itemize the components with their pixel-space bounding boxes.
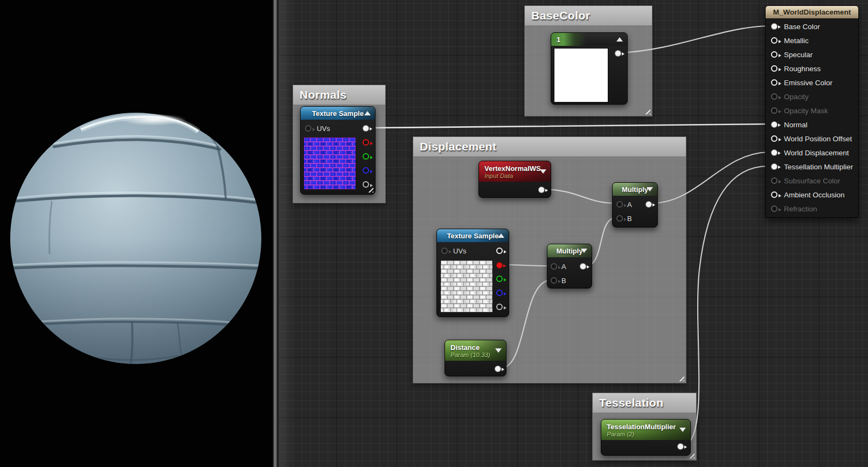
collapse-triangle-icon[interactable] <box>647 187 653 191</box>
pin-g-output[interactable] <box>496 276 503 282</box>
collapse-triangle-icon[interactable] <box>498 234 504 238</box>
pin-uvs-input[interactable] <box>441 248 448 254</box>
material-input-pin[interactable] <box>771 51 777 58</box>
collapse-triangle-icon[interactable] <box>581 249 587 253</box>
node-title: Texture Sample <box>447 232 499 240</box>
resize-grip-icon[interactable] <box>677 374 684 381</box>
collapse-triangle-icon[interactable] <box>540 169 546 174</box>
node-tesselation-multiplier-header[interactable]: TesselationMultiplier Param (2) <box>601 420 690 440</box>
material-pin-row: Base Color <box>771 19 820 33</box>
pin-output[interactable] <box>495 366 501 372</box>
comment-tesselation-title: Tesselation <box>599 396 663 409</box>
pin-output[interactable] <box>677 443 684 450</box>
node-vertexnormalws[interactable]: VertexNormalWS Input Data <box>478 161 551 198</box>
material-pin-row: Metallic <box>771 33 809 47</box>
material-pin-row: Opacity Mask <box>771 104 828 118</box>
material-pin-row: World Position Offset <box>771 132 852 146</box>
pin-b-label: B <box>561 277 566 285</box>
comment-tesselation-header[interactable]: Tesselation <box>593 393 696 413</box>
material-input-pin[interactable] <box>771 37 777 44</box>
material-input-pin[interactable] <box>771 121 777 128</box>
node-multiply-bottom-header[interactable]: Multiply <box>547 244 592 257</box>
pin-rgb-output[interactable] <box>496 248 503 254</box>
material-input-pin[interactable] <box>771 135 777 142</box>
node-title: Distance <box>450 344 480 352</box>
node-material-result-header[interactable]: M_WorldDisplacement <box>766 6 858 18</box>
constant-value: 1 <box>557 36 560 44</box>
node-tesselation-multiplier[interactable]: TesselationMultiplier Param (2) <box>601 419 691 456</box>
pin-output[interactable] <box>538 187 545 193</box>
node-subtitle: Param (10.33) <box>450 352 490 358</box>
node-title: VertexNormalWS <box>484 164 541 173</box>
resize-grip-icon[interactable] <box>643 107 650 114</box>
comment-displacement-header[interactable]: Displacement <box>413 137 686 156</box>
material-input-pin <box>771 107 777 114</box>
node-normal-texture-sample[interactable]: Texture Sample UVs <box>300 106 376 195</box>
node-subtitle: Input Data <box>484 173 513 179</box>
collapse-triangle-icon[interactable] <box>679 428 686 432</box>
pin-a-label: A <box>561 263 566 271</box>
material-input-pin[interactable] <box>771 65 777 72</box>
node-multiply-top[interactable]: Multiply A B <box>612 182 658 228</box>
material-input-pin[interactable] <box>771 163 777 170</box>
material-input-pin[interactable] <box>771 79 777 86</box>
normal-map-thumbnail[interactable] <box>303 137 356 190</box>
pin-output[interactable] <box>580 263 586 270</box>
pin-b-output[interactable] <box>496 290 503 296</box>
node-height-texture-sample[interactable]: Texture Sample UVs <box>436 229 509 317</box>
pin-r-output[interactable] <box>496 262 503 269</box>
pin-b-input[interactable] <box>551 277 557 284</box>
node-normal-texture-sample-header[interactable]: Texture Sample <box>301 107 375 120</box>
pin-uvs-input[interactable] <box>305 125 311 132</box>
pin-a-output[interactable] <box>363 181 369 188</box>
material-pin-row: Opacity <box>771 90 809 104</box>
height-map-thumbnail[interactable] <box>440 260 493 313</box>
material-input-pin[interactable] <box>771 23 777 30</box>
pin-b-input[interactable] <box>616 215 623 222</box>
pin-a-input[interactable] <box>551 263 557 270</box>
pin-output[interactable] <box>645 201 652 208</box>
material-input-pin <box>771 205 777 212</box>
material-input-pin[interactable] <box>771 191 777 198</box>
color-swatch[interactable] <box>554 48 608 102</box>
preview-sphere <box>0 0 273 467</box>
material-pin-label: Emissive Color <box>784 79 832 87</box>
material-pin-row: Emissive Color <box>771 75 832 90</box>
node-vertexnormalws-header[interactable]: VertexNormalWS Input Data <box>479 161 551 182</box>
comment-normals-header[interactable]: Normals <box>293 85 385 105</box>
pin-g-output[interactable] <box>363 153 369 160</box>
node-constant-one-header[interactable]: 1 <box>551 33 627 46</box>
material-pin-row: Tessellation Multiplier <box>771 160 853 174</box>
panel-splitter[interactable] <box>273 0 279 467</box>
node-multiply-bottom[interactable]: Multiply A B <box>547 244 592 289</box>
material-pin-row: Normal <box>771 118 808 132</box>
collapse-triangle-icon[interactable] <box>616 37 623 42</box>
comment-basecolor-header[interactable]: BaseColor <box>525 6 652 25</box>
collapse-triangle-icon[interactable] <box>495 348 502 353</box>
pin-a-input[interactable] <box>616 201 623 208</box>
pin-r-output[interactable] <box>363 139 369 146</box>
node-height-texture-sample-header[interactable]: Texture Sample <box>437 229 509 242</box>
collapse-triangle-icon[interactable] <box>364 111 371 115</box>
material-pin-label: Base Color <box>784 23 820 31</box>
pin-output[interactable] <box>615 50 621 57</box>
material-pin-label: Ambient Occlusion <box>784 191 845 199</box>
material-pin-row: World Displacement <box>771 146 849 160</box>
material-pin-row: Roughness <box>771 61 821 75</box>
pin-b-output[interactable] <box>363 167 369 174</box>
node-multiply-top-header[interactable]: Multiply <box>613 183 657 196</box>
node-distance-param-header[interactable]: Distance Param (10.33) <box>445 340 506 361</box>
comment-basecolor-title: BaseColor <box>531 9 591 22</box>
preview-viewport[interactable] <box>0 0 273 467</box>
material-input-pin[interactable] <box>771 149 777 156</box>
node-constant-one[interactable]: 1 <box>551 32 628 105</box>
node-distance-param[interactable]: Distance Param (10.33) <box>445 340 506 376</box>
pin-rgb-output[interactable] <box>363 125 369 132</box>
material-title: M_WorldDisplacement <box>773 8 851 16</box>
material-editor: BaseColor Normals Displacement Tesselati… <box>0 0 868 467</box>
pin-a-output[interactable] <box>496 304 503 310</box>
material-pin-label: Tessellation Multiplier <box>784 163 853 171</box>
node-material-result[interactable]: M_WorldDisplacement Base ColorMetallicSp… <box>765 5 859 218</box>
material-pin-label: Specular <box>784 51 813 59</box>
material-pin-label: World Position Offset <box>784 135 852 143</box>
